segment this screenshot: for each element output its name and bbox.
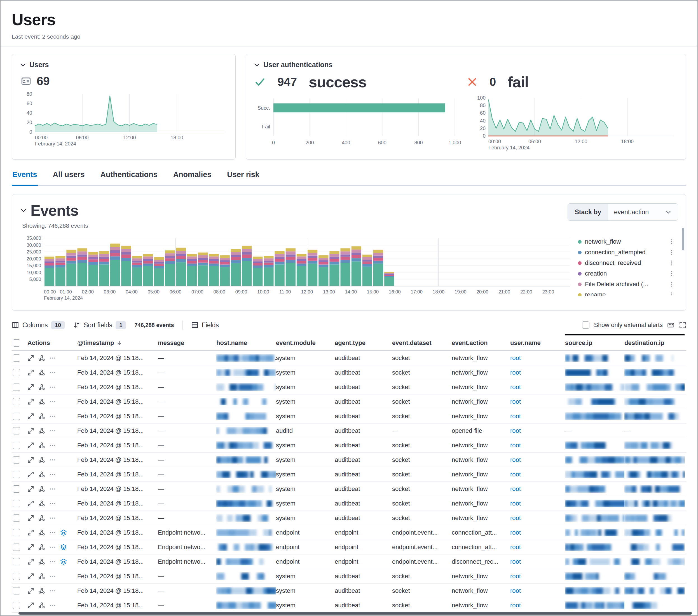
tab-user-risk[interactable]: User risk [226,170,260,186]
legend-menu-icon[interactable] [669,249,675,255]
table-row[interactable]: Feb 14, 2024 @ 15:18...—systemauditbeats… [12,351,686,366]
table-row[interactable]: Feb 14, 2024 @ 15:18...—systemauditbeats… [12,598,686,613]
row-checkbox[interactable] [13,602,20,609]
row-checkbox[interactable] [13,529,20,536]
legend-scrollbar[interactable] [682,228,684,250]
analyze-event-icon[interactable] [38,558,45,565]
more-actions-icon[interactable] [49,398,56,405]
row-checkbox[interactable] [13,427,20,434]
expand-event-icon[interactable] [27,428,34,434]
horizontal-scrollbar[interactable] [18,612,692,615]
user-name-cell[interactable]: root [510,544,565,551]
destination-ip-cell[interactable] [624,601,685,609]
source-ip-cell[interactable] [565,442,624,449]
row-checkbox[interactable] [13,471,20,478]
expand-event-icon[interactable] [27,587,34,594]
col-source-ip[interactable]: source.ip [565,334,624,350]
row-checkbox[interactable] [13,413,20,420]
more-actions-icon[interactable] [49,602,56,609]
expand-event-icon[interactable] [27,529,34,536]
user-name-cell[interactable]: root [510,602,565,609]
host-name-cell[interactable] [217,427,276,434]
col-host-name[interactable]: host.name [217,334,276,350]
host-name-cell[interactable] [217,601,276,609]
columns-button[interactable]: Columns 10 [12,321,65,329]
user-name-cell[interactable]: root [510,442,565,449]
chevron-down-icon[interactable] [253,61,261,69]
destination-ip-cell[interactable] [624,485,685,493]
expand-event-icon[interactable] [27,544,34,550]
user-name-cell[interactable]: root [510,587,565,594]
destination-ip-cell[interactable] [624,412,685,420]
tab-anomalies[interactable]: Anomalies [173,170,212,186]
user-name-cell[interactable]: root [510,427,565,434]
select-all-checkbox[interactable] [13,339,20,347]
row-checkbox[interactable] [13,587,20,594]
more-actions-icon[interactable] [49,355,56,361]
legend-item[interactable]: File Delete archived (... [578,279,675,289]
row-checkbox[interactable] [13,485,20,493]
legend-item[interactable]: rename [578,289,675,296]
host-name-cell[interactable] [217,442,276,449]
source-ip-cell[interactable] [565,587,624,594]
source-ip-cell[interactable] [565,558,624,565]
source-ip-cell[interactable] [565,412,624,420]
table-row[interactable]: Feb 14, 2024 @ 15:18...—systemauditbeats… [12,438,686,453]
user-name-cell[interactable]: root [510,529,565,536]
chevron-down-icon[interactable] [20,207,27,214]
more-actions-icon[interactable] [49,413,56,420]
tab-events[interactable]: Events [12,170,38,186]
destination-ip-cell[interactable] [624,514,685,522]
destination-ip-cell[interactable] [624,587,685,594]
table-row[interactable]: Feb 14, 2024 @ 15:18...—systemauditbeats… [12,380,686,395]
user-name-cell[interactable]: root [510,456,565,463]
host-name-cell[interactable] [217,412,276,420]
analyze-event-icon[interactable] [38,384,45,390]
user-name-cell[interactable]: root [510,398,565,405]
destination-ip-cell[interactable] [624,383,685,391]
external-alerts-checkbox[interactable] [582,321,589,329]
more-actions-icon[interactable] [49,515,56,521]
fullscreen-icon[interactable] [679,321,686,329]
analyze-event-icon[interactable] [38,515,45,521]
analyze-event-icon[interactable] [38,587,45,594]
row-checkbox[interactable] [13,500,20,507]
table-row[interactable]: Feb 14, 2024 @ 15:18...—systemauditbeats… [12,409,686,424]
user-name-cell[interactable]: root [510,384,565,391]
legend-menu-icon[interactable] [669,281,675,287]
more-actions-icon[interactable] [49,573,56,579]
host-name-cell[interactable] [217,558,276,565]
destination-ip-cell[interactable] [624,369,685,376]
analyze-event-icon[interactable] [38,442,45,449]
source-ip-cell[interactable] [565,485,624,493]
host-name-cell[interactable] [217,485,276,493]
source-ip-cell[interactable] [565,369,624,376]
user-name-cell[interactable]: root [510,369,565,376]
analyze-event-icon[interactable] [38,398,45,405]
more-actions-icon[interactable] [49,544,56,550]
source-ip-cell[interactable] [565,354,624,362]
destination-ip-cell[interactable] [624,471,685,478]
analyze-event-icon[interactable] [38,500,45,507]
host-name-cell[interactable] [217,572,276,580]
more-actions-icon[interactable] [49,471,56,478]
row-checkbox[interactable] [13,398,20,405]
row-checkbox[interactable] [13,442,20,449]
source-ip-cell[interactable] [565,456,624,463]
user-name-cell[interactable]: root [510,413,565,420]
analyze-event-icon[interactable] [38,544,45,550]
host-name-cell[interactable] [217,369,276,376]
row-checkbox[interactable] [13,544,20,551]
row-checkbox[interactable] [13,456,20,463]
tab-all-users[interactable]: All users [52,170,85,186]
table-row[interactable]: Feb 14, 2024 @ 15:18...—systemauditbeats… [12,569,686,584]
legend-item[interactable]: connection_attempted [578,247,675,258]
col-user-name[interactable]: user.name [510,334,565,350]
destination-ip-cell[interactable] [624,572,685,580]
source-ip-cell[interactable] [565,601,624,609]
source-ip-cell[interactable] [565,398,624,405]
more-actions-icon[interactable] [49,500,56,507]
analyze-event-icon[interactable] [38,529,45,536]
col-agent-type[interactable]: agent.type [335,334,392,350]
row-checkbox[interactable] [13,369,20,376]
